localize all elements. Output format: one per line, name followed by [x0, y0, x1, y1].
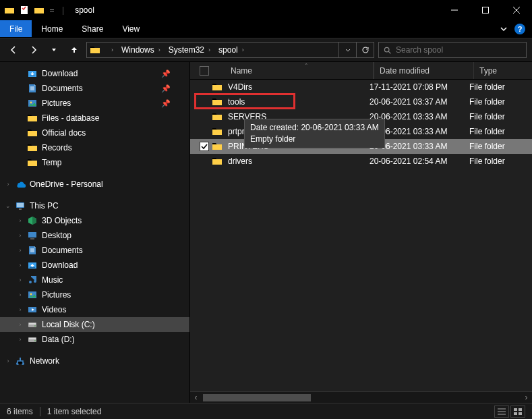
pin-icon: 📌	[161, 69, 171, 78]
file-row[interactable]: tools20-06-2021 03:37 AMFile folder	[190, 94, 532, 109]
horizontal-scrollbar[interactable]: ‹ ›	[190, 391, 532, 403]
sidebar-item-label: Pictures	[42, 290, 71, 300]
download-icon	[27, 68, 38, 79]
sidebar-item-data-d[interactable]: ›Data (D:)	[0, 332, 189, 347]
ribbon-expand-icon[interactable]	[500, 25, 508, 33]
recent-dropdown-button[interactable]	[46, 42, 62, 58]
sidebar-item-label: Videos	[42, 305, 66, 314]
file-type: File folder	[469, 82, 532, 92]
sidebar-item-desktop[interactable]: ›Desktop	[0, 228, 189, 243]
folder-icon	[212, 126, 223, 137]
sidebar-item-documents-pc[interactable]: ›Documents	[0, 243, 189, 258]
ribbon: File Home Share View ?	[0, 20, 532, 38]
new-folder-icon[interactable]	[34, 5, 45, 16]
sidebar-item-pictures-pc[interactable]: ›Pictures	[0, 287, 189, 302]
sidebar-item-label: Download	[42, 260, 78, 270]
sidebar-item-videos[interactable]: ›Videos	[0, 302, 189, 317]
help-button[interactable]: ?	[514, 24, 525, 34]
sidebar-item-official-docs[interactable]: ›Official docs	[0, 125, 189, 140]
ribbon-tab-view[interactable]: View	[113, 20, 149, 37]
scroll-thumb[interactable]	[203, 394, 311, 401]
sidebar-item-temp[interactable]: ›Temp	[0, 155, 189, 170]
sidebar-item-label: Music	[42, 275, 63, 285]
file-type: File folder	[469, 97, 532, 107]
svg-rect-22	[200, 142, 209, 151]
nav-row: › Windows› System32› spool›	[0, 38, 532, 62]
sidebar-item-records[interactable]: ›Records	[0, 140, 189, 155]
titlebar-separator: |	[59, 5, 67, 15]
back-button[interactable]	[5, 42, 22, 58]
address-folder-icon	[90, 45, 100, 55]
tooltip-line: Empty folder	[250, 134, 379, 145]
window-title: spool	[71, 5, 94, 15]
folder-icon	[212, 111, 223, 122]
view-details-button[interactable]	[494, 406, 509, 418]
sidebar-item-network[interactable]: ›Network	[0, 354, 189, 368]
sidebar-item-label: Data (D:)	[42, 335, 75, 344]
file-date: 17-11-2021 07:08 PM	[370, 82, 469, 92]
column-header-date[interactable]: Date modified	[374, 62, 474, 79]
sidebar-item-music[interactable]: ›Music	[0, 273, 189, 287]
search-box[interactable]	[378, 42, 527, 58]
breadcrumb-label: System32	[169, 45, 204, 55]
folder-icon	[212, 156, 223, 167]
file-name: drivers	[228, 157, 370, 166]
search-input[interactable]	[396, 45, 522, 55]
maximize-button[interactable]	[470, 0, 501, 20]
file-name: tools	[228, 97, 370, 107]
sidebar-item-files-database[interactable]: ›Files - database	[0, 111, 189, 125]
sidebar-item-label: Files - database	[42, 113, 99, 123]
sidebar-item-documents[interactable]: ›Documents📌	[0, 81, 189, 96]
sidebar-item-label: Documents	[42, 84, 83, 93]
sidebar-item-onedrive[interactable]: ›OneDrive - Personal	[0, 177, 189, 192]
ribbon-tab-share[interactable]: Share	[72, 20, 113, 37]
minimize-button[interactable]	[439, 0, 470, 20]
file-type: File folder	[469, 157, 532, 166]
3d-icon	[27, 215, 38, 226]
sidebar-item-download[interactable]: ›Download📌	[0, 66, 189, 81]
file-row[interactable]: drivers20-06-2021 02:54 AMFile folder	[190, 154, 532, 169]
sidebar-item-label: Documents	[42, 246, 83, 255]
row-checkbox[interactable]	[200, 142, 209, 151]
folder-icon	[212, 82, 223, 92]
breadcrumb-root-dropdown[interactable]: ›	[103, 43, 117, 57]
sidebar-item-download-pc[interactable]: ›Download	[0, 258, 189, 273]
select-all-checkbox[interactable]	[200, 66, 209, 76]
breadcrumb-system32[interactable]: System32›	[165, 43, 214, 57]
ribbon-file-tab[interactable]: File	[0, 20, 32, 37]
sort-asc-icon: ˄	[305, 63, 308, 69]
breadcrumb-windows[interactable]: Windows›	[117, 43, 165, 57]
column-header-type[interactable]: Type	[474, 62, 532, 79]
scroll-left-button[interactable]: ‹	[190, 392, 202, 403]
qatoolbar-dropdown-icon[interactable]	[49, 5, 55, 16]
file-row[interactable]: V4Dirs17-11-2021 07:08 PMFile folder	[190, 80, 532, 94]
onedrive-icon	[15, 179, 26, 190]
svg-rect-26	[514, 412, 517, 415]
up-button[interactable]	[66, 42, 82, 58]
address-bar[interactable]: › Windows› System32› spool›	[86, 42, 374, 58]
sidebar-item-localdisk-c[interactable]: ›Local Disk (C:)	[0, 317, 189, 332]
sidebar-item-3dobjects[interactable]: ›3D Objects	[0, 213, 189, 228]
scroll-right-button[interactable]: ›	[521, 392, 532, 403]
status-separator	[40, 407, 40, 416]
ribbon-tab-home[interactable]: Home	[32, 20, 72, 37]
sidebar-item-pictures[interactable]: ›Pictures📌	[0, 96, 189, 111]
tooltip: Date created: 20-06-2021 03:33 AM Empty …	[244, 119, 385, 148]
column-label: Date modified	[380, 66, 430, 76]
properties-icon[interactable]	[19, 5, 30, 16]
view-large-icons-button[interactable]	[510, 406, 525, 418]
window-controls	[439, 0, 532, 20]
search-icon	[383, 46, 392, 55]
refresh-button[interactable]	[356, 43, 374, 57]
column-header-name[interactable]: Name	[212, 62, 374, 79]
sidebar-item-label: Desktop	[42, 231, 71, 240]
forward-button[interactable]	[26, 42, 42, 58]
address-dropdown-button[interactable]	[338, 43, 356, 57]
file-name: V4Dirs	[228, 82, 370, 92]
breadcrumb-spool[interactable]: spool›	[214, 43, 248, 57]
sidebar-item-thispc[interactable]: ⌄This PC	[0, 198, 189, 213]
videos-icon	[27, 304, 38, 315]
close-button[interactable]	[501, 0, 532, 20]
folder-icon	[27, 128, 38, 138]
music-icon	[27, 275, 38, 285]
